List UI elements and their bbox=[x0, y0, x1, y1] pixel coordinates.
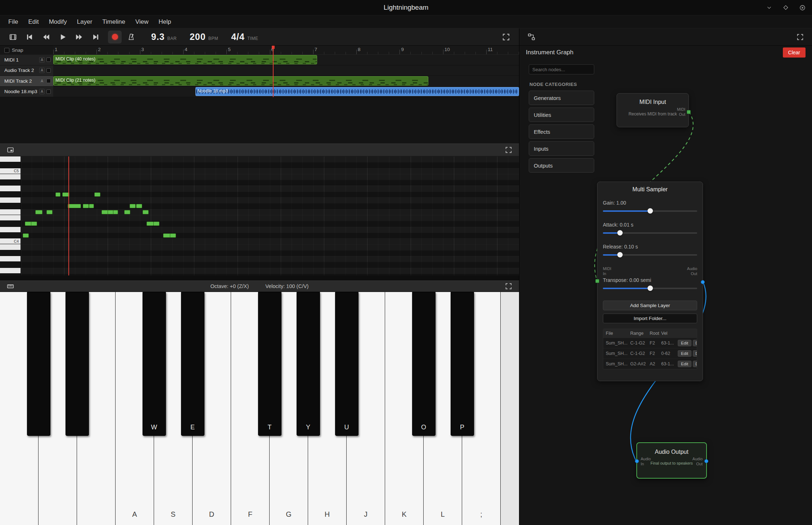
import-folder-button[interactable]: Import Folder... bbox=[603, 314, 697, 323]
slider-knob[interactable] bbox=[617, 230, 623, 236]
piano-roll-key[interactable] bbox=[0, 268, 21, 274]
piano-roll-key[interactable] bbox=[0, 186, 21, 191]
piano-roll-grid[interactable] bbox=[21, 156, 519, 275]
piano-roll-key[interactable]: C4 bbox=[0, 238, 21, 244]
chevron-down-icon[interactable] bbox=[765, 4, 773, 12]
midi-note[interactable] bbox=[35, 210, 42, 214]
edit-sample-button[interactable]: Edit bbox=[678, 350, 691, 357]
piano-roll-key[interactable]: C5 bbox=[0, 168, 21, 174]
midi-note[interactable] bbox=[23, 233, 29, 238]
track-checkbox[interactable] bbox=[46, 90, 51, 94]
sampler-midi-in-port[interactable] bbox=[595, 279, 599, 283]
add-sample-layer-button[interactable]: Add Sample Layer bbox=[603, 301, 697, 310]
piano-roll-key[interactable] bbox=[0, 250, 21, 256]
midi-note[interactable] bbox=[130, 204, 136, 208]
category-generators[interactable]: Generators bbox=[529, 91, 594, 105]
param-slider[interactable] bbox=[603, 230, 697, 236]
midi-out-port[interactable] bbox=[687, 110, 691, 114]
sampler-audio-out-port[interactable] bbox=[701, 280, 705, 284]
slider-knob[interactable] bbox=[617, 252, 623, 257]
node-graph-icon[interactable] bbox=[525, 32, 537, 42]
clear-graph-button[interactable]: Clear bbox=[783, 47, 806, 58]
black-key[interactable]: P bbox=[451, 292, 474, 436]
search-nodes-input[interactable] bbox=[529, 64, 594, 74]
menu-item-edit[interactable]: Edit bbox=[23, 17, 43, 27]
piano-roll-key[interactable] bbox=[0, 233, 21, 238]
menu-item-layer[interactable]: Layer bbox=[72, 17, 97, 27]
black-key[interactable] bbox=[27, 292, 50, 436]
track-lane[interactable]: MIDI Clip (40 notes) bbox=[53, 55, 519, 65]
menu-item-modify[interactable]: Modify bbox=[44, 17, 72, 27]
midi-note[interactable] bbox=[68, 204, 81, 208]
midi-note[interactable] bbox=[46, 210, 53, 214]
track-checkbox[interactable] bbox=[46, 79, 51, 83]
delete-sample-button[interactable]: Del bbox=[693, 340, 697, 346]
track-checkbox[interactable] bbox=[46, 58, 51, 62]
midi-note[interactable] bbox=[55, 192, 60, 197]
midi-note[interactable] bbox=[143, 210, 149, 214]
edit-sample-button[interactable]: Edit bbox=[678, 340, 691, 346]
white-key[interactable] bbox=[501, 292, 519, 525]
piano-roll-key[interactable] bbox=[0, 162, 21, 168]
param-slider[interactable] bbox=[603, 208, 697, 214]
track-lane[interactable] bbox=[53, 65, 519, 76]
black-key[interactable]: E bbox=[181, 292, 204, 436]
slider-knob[interactable] bbox=[648, 286, 653, 291]
fit-view-icon[interactable] bbox=[4, 145, 17, 155]
midi-note[interactable] bbox=[124, 210, 130, 214]
timeline-ruler[interactable]: 1234567891011 bbox=[53, 46, 519, 55]
graph-fullscreen-icon[interactable] bbox=[794, 32, 806, 42]
midi-note[interactable] bbox=[146, 222, 154, 226]
output-audio-in-port[interactable] bbox=[635, 459, 639, 463]
output-audio-out-port[interactable] bbox=[704, 459, 708, 463]
record-button[interactable] bbox=[108, 31, 122, 44]
keyboard-fullscreen-icon[interactable] bbox=[502, 281, 515, 291]
midi-note[interactable] bbox=[83, 204, 89, 208]
midi-clip[interactable]: MIDI Clip (21 notes) bbox=[53, 76, 428, 86]
track-lane[interactable]: MIDI Clip (21 notes) bbox=[53, 76, 519, 87]
slider-knob[interactable] bbox=[648, 208, 653, 214]
rewind-button[interactable] bbox=[39, 31, 53, 44]
black-key[interactable]: Y bbox=[297, 292, 320, 436]
piano-roll-key[interactable] bbox=[0, 203, 21, 209]
midi-note[interactable] bbox=[94, 192, 100, 197]
maximize-diamond-icon[interactable] bbox=[782, 4, 790, 12]
black-key[interactable] bbox=[66, 292, 89, 436]
track-header[interactable]: Audio Track 2A bbox=[0, 65, 53, 76]
piano-roll-key[interactable] bbox=[0, 174, 21, 180]
menu-item-view[interactable]: View bbox=[131, 17, 153, 27]
keyboard-icon[interactable] bbox=[4, 281, 17, 291]
category-effects[interactable]: Effects bbox=[529, 124, 594, 139]
menu-item-timeline[interactable]: Timeline bbox=[98, 17, 130, 27]
midi-note[interactable] bbox=[113, 210, 118, 214]
black-key[interactable]: T bbox=[258, 292, 281, 436]
menu-item-help[interactable]: Help bbox=[154, 17, 176, 27]
audio-clip[interactable]: Noodle 18.mp3 bbox=[195, 87, 519, 96]
midi-note[interactable] bbox=[153, 222, 159, 226]
midi-clip[interactable]: MIDI Clip (40 notes) bbox=[53, 55, 317, 64]
track-lane[interactable]: Noodle 18.mp3 bbox=[53, 87, 519, 97]
category-utilities[interactable]: Utilities bbox=[529, 108, 594, 122]
graph-canvas[interactable]: NODE CATEGORIES GeneratorsUtilitiesEffec… bbox=[519, 59, 812, 525]
fast-forward-button[interactable] bbox=[72, 31, 86, 44]
piano-roll-key[interactable] bbox=[0, 192, 21, 197]
piano-roll-key[interactable] bbox=[0, 221, 21, 227]
midi-note[interactable] bbox=[89, 204, 94, 208]
black-key[interactable]: W bbox=[143, 292, 166, 436]
delete-sample-button[interactable]: Del bbox=[693, 350, 697, 357]
multi-sampler-node[interactable]: Multi Sampler Gain: 1.00Attack: 0.01 sRe… bbox=[597, 182, 703, 381]
snap-checkbox[interactable] bbox=[4, 48, 9, 53]
piano-roll-key[interactable] bbox=[0, 180, 21, 186]
param-slider[interactable] bbox=[603, 252, 697, 258]
film-icon[interactable] bbox=[6, 31, 20, 44]
piano-roll-key[interactable] bbox=[0, 227, 21, 233]
close-icon[interactable] bbox=[798, 4, 806, 12]
track-header[interactable]: MIDI 1A bbox=[0, 55, 53, 65]
menu-item-file[interactable]: File bbox=[4, 17, 23, 27]
piano-roll-key[interactable] bbox=[0, 256, 21, 262]
track-checkbox[interactable] bbox=[46, 68, 51, 73]
piano-roll-key[interactable] bbox=[0, 262, 21, 268]
audio-output-node[interactable]: Audio Output Final output to speakers Au… bbox=[636, 442, 707, 479]
skip-start-button[interactable] bbox=[22, 31, 37, 44]
piano-roll-key[interactable] bbox=[0, 244, 21, 250]
